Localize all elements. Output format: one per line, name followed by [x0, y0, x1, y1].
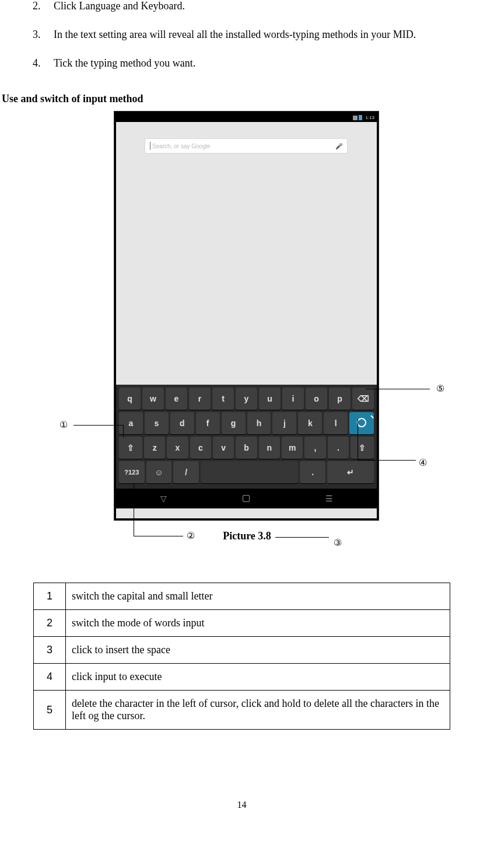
legend-description: switch the capital and small letter	[66, 583, 450, 610]
status-time: 1:13	[365, 115, 374, 120]
step-text: Click Language and Keyboard.	[54, 0, 484, 12]
key-k[interactable]: k	[298, 412, 322, 434]
key-c[interactable]: c	[190, 437, 211, 459]
annotation-line-1v	[123, 425, 124, 438]
key-comma[interactable]: ,	[304, 437, 325, 459]
step-number: 3.	[33, 29, 54, 41]
key-b[interactable]: b	[236, 437, 257, 459]
legend-number: 4	[34, 664, 66, 691]
key-o[interactable]: o	[306, 388, 327, 410]
step-list: 2. Click Language and Keyboard. 3. In th…	[33, 0, 484, 69]
annotation-line-4	[358, 460, 416, 461]
table-row: 4 click input to execute	[34, 664, 450, 691]
key-w[interactable]: w	[142, 388, 164, 410]
section-heading: Use and switch of input method	[2, 93, 484, 105]
slash-key[interactable]: /	[173, 461, 199, 483]
key-l[interactable]: l	[324, 412, 348, 434]
keyboard-row-2: a s d f g h j k l	[119, 412, 374, 434]
microphone-icon[interactable]: 🎤	[335, 143, 342, 149]
key-y[interactable]: y	[236, 388, 257, 410]
page-content: 2. Click Language and Keyboard. 3. In th…	[0, 0, 494, 810]
legend-table: 1 switch the capital and small letter 2 …	[33, 583, 450, 730]
key-p[interactable]: p	[329, 388, 351, 410]
keyboard-row-3: z x c v b n m , .	[119, 437, 374, 459]
annotation-line-3	[275, 537, 329, 538]
key-x[interactable]: x	[167, 437, 188, 459]
nav-home-icon[interactable]	[243, 495, 250, 502]
key-t[interactable]: t	[212, 388, 234, 410]
search-placeholder: Search, or say Google	[152, 143, 335, 149]
key-i[interactable]: i	[282, 388, 304, 410]
legend-number: 1	[34, 583, 66, 610]
annotation-4: ④	[419, 457, 427, 468]
key-v[interactable]: v	[213, 437, 234, 459]
legend-description: switch the mode of words input	[66, 610, 450, 637]
annotation-line-2	[134, 536, 183, 536]
text-cursor	[150, 142, 150, 150]
key-m[interactable]: m	[282, 437, 303, 459]
step-text: Tick the typing method you want.	[54, 57, 484, 69]
key-period[interactable]: .	[328, 437, 349, 459]
step-number: 4.	[33, 57, 54, 69]
legend-description: click to insert the space	[66, 637, 450, 664]
search-input[interactable]: Search, or say Google 🎤	[145, 138, 348, 154]
nav-bar: ▽ ☰	[116, 489, 377, 508]
key-j[interactable]: j	[272, 412, 296, 434]
search-key[interactable]	[349, 412, 374, 434]
shift-key-left[interactable]	[119, 437, 142, 459]
annotation-line-2v	[134, 483, 134, 536]
annotation-1: ①	[59, 419, 68, 430]
annotation-5: ⑤	[436, 383, 444, 394]
list-item: 4. Tick the typing method you want.	[33, 57, 484, 69]
annotation-2: ②	[187, 530, 195, 541]
status-bar: 1:13	[116, 113, 377, 122]
key-g[interactable]: g	[222, 412, 246, 434]
space-key[interactable]	[201, 461, 298, 483]
backspace-key[interactable]	[352, 388, 374, 410]
key-n[interactable]: n	[259, 437, 280, 459]
enter-key[interactable]: ↵	[327, 461, 374, 483]
dot-key[interactable]: .	[300, 461, 325, 483]
key-r[interactable]: r	[189, 388, 211, 410]
device-screen: 1:13 Search, or say Google 🎤 q w e r	[116, 113, 377, 518]
legend-number: 5	[34, 691, 66, 730]
table-row: 1 switch the capital and small letter	[34, 583, 450, 610]
nav-recents-icon[interactable]: ☰	[325, 494, 333, 504]
page-number: 14	[0, 800, 484, 810]
device-screenshot: 1:13 Search, or say Google 🎤 q w e r	[114, 111, 379, 521]
step-number: 2.	[33, 0, 54, 12]
key-f[interactable]: f	[196, 412, 220, 434]
key-q[interactable]: q	[119, 388, 141, 410]
legend-number: 3	[34, 637, 66, 664]
key-u[interactable]: u	[259, 388, 281, 410]
annotation-line-1	[73, 425, 124, 426]
content-area	[116, 154, 377, 385]
key-z[interactable]: z	[144, 437, 165, 459]
legend-number: 2	[34, 610, 66, 637]
table-row: 3 click to insert the space	[34, 637, 450, 664]
mode-switch-key[interactable]: ?123	[119, 461, 145, 483]
battery-icon	[359, 115, 362, 120]
app-header	[116, 122, 377, 134]
table-row: 2 switch the mode of words input	[34, 610, 450, 637]
key-d[interactable]: d	[170, 412, 194, 434]
nav-back-icon[interactable]: ▽	[160, 494, 167, 504]
list-item: 3. In the text setting area will reveal …	[33, 29, 484, 41]
caption-text: Picture 3.8	[223, 530, 271, 542]
annotation-line-4v	[358, 419, 358, 460]
step-text: In the text setting area will reveal all…	[54, 29, 484, 41]
annotation-line-5	[366, 389, 430, 389]
figure-caption: Picture 3.8	[0, 530, 494, 542]
emoji-key[interactable]	[146, 461, 172, 483]
keyboard-row-1: q w e r t y u i o p	[119, 388, 374, 410]
status-icons: 1:13	[353, 115, 374, 120]
key-e[interactable]: e	[166, 388, 187, 410]
keyboard: q w e r t y u i o p a s	[116, 385, 377, 489]
key-s[interactable]: s	[145, 412, 169, 434]
legend-description: click input to execute	[66, 664, 450, 691]
key-h[interactable]: h	[247, 412, 271, 434]
signal-icon	[353, 116, 358, 120]
legend-description: delete the character in the left of curs…	[66, 691, 450, 730]
figure: 1:13 Search, or say Google 🎤 q w e r	[0, 110, 494, 577]
shift-key-right[interactable]	[351, 437, 374, 459]
